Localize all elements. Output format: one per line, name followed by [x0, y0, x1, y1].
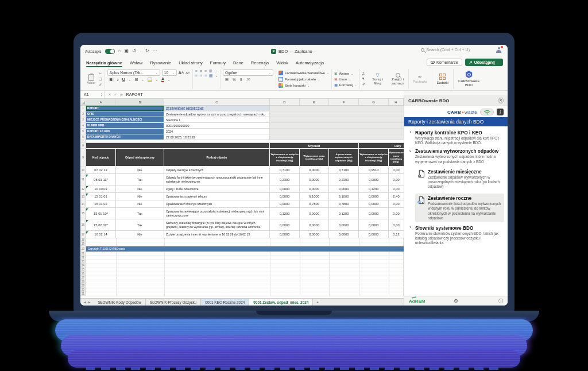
cell-kod[interactable]: 10 10 03 — [86, 186, 116, 193]
cell-value[interactable]: 0,0000 — [359, 193, 389, 200]
autosum-icon[interactable]: Σ — [362, 71, 366, 75]
cell-value[interactable]: 0,0000 — [329, 219, 359, 231]
header-kod-odpadu[interactable]: Kod odpadu — [86, 149, 116, 167]
cell-value[interactable]: 0,7800 — [329, 200, 359, 208]
sheet-tab-slownik-procesy[interactable]: SŁOWNIK-Procesy Odzysku — [146, 299, 201, 306]
underline-button[interactable]: U — [122, 78, 125, 82]
row-number[interactable]: 14 — [80, 200, 86, 208]
cell-c3[interactable]: Siedziba 1 — [164, 117, 270, 123]
cell-kod[interactable]: 15 01 02 — [86, 200, 116, 208]
cell-rodzaj[interactable]: Odpady farb i lakierów zawierających roz… — [164, 174, 270, 186]
sheet-tab-keo-roczne[interactable]: 0001 KEO Roczne 2024 — [201, 299, 249, 306]
cell-a1-selected[interactable]: RAPORT — [86, 106, 164, 111]
cell-rodzaj[interactable]: Opakowania z tworzyw sztucznych — [164, 200, 270, 208]
cut-icon[interactable]: ✂ — [99, 71, 102, 76]
sheet-tab-zestaw-mies[interactable]: 0001 Zestaw. odpad_mies. 2024 — [249, 299, 313, 306]
cell-value[interactable]: 0,0000 — [359, 231, 389, 238]
cell-kod[interactable]: 08 01 11* — [86, 174, 116, 186]
cell-value[interactable]: 0,9510 — [359, 167, 389, 174]
tab-uklad-strony[interactable]: Układ strony — [179, 59, 203, 67]
row-number[interactable]: 5 — [80, 129, 86, 134]
cell-value[interactable]: 0,0000 — [300, 219, 329, 231]
name-box-stepper[interactable]: ▴ ▾ — [101, 92, 104, 96]
cell-value[interactable]: 0,2300 — [329, 174, 359, 186]
panel-info-button[interactable]: i — [497, 109, 504, 115]
cell-value[interactable]: 2,40 — [389, 193, 404, 200]
cell-value[interactable]: 6,1000 — [329, 193, 359, 200]
paste-button[interactable]: Wklej — [85, 72, 98, 87]
more-commands-icon[interactable]: ⋯ — [153, 49, 157, 53]
cell-hazard[interactable]: Tak — [116, 208, 164, 219]
fill-down-icon[interactable]: ▾ — [362, 76, 366, 81]
cell-a5[interactable]: RAPORT ZA ROK — [86, 129, 164, 134]
sensitivity-button[interactable]: ✒ Poufność — [411, 74, 430, 84]
find-select-button[interactable]: Znajdź i zaznacz — [390, 73, 406, 86]
cell-value[interactable]: 0,0000 — [300, 186, 329, 193]
tab-widok[interactable]: Widok — [276, 59, 288, 67]
add-sheet-button[interactable]: + — [313, 299, 322, 306]
borders-button[interactable]: ⊞ — [134, 77, 138, 82]
column-header-f[interactable]: F — [329, 99, 359, 105]
header-styczen-poza[interactable]: Wytworzone poza instalacją [Mg] — [300, 149, 329, 167]
cell-rodzaj[interactable]: Zużyte urządzenia inne niż wymienione w … — [164, 231, 270, 238]
cell-value[interactable]: 0,0000 — [300, 208, 329, 219]
delete-cells-button[interactable]: Usuń — [339, 78, 347, 81]
header-luty-eksploatacja[interactable]: Wytworzone w związku z eksploatacją inst… — [359, 149, 389, 167]
row-number[interactable]: 11 — [80, 174, 86, 186]
copyright-cell[interactable]: Copyright © 2025 CARBOwaste — [86, 246, 404, 252]
align-center-icon[interactable]: ≡ — [200, 74, 202, 78]
confirm-entry-icon[interactable]: ✓ — [114, 92, 117, 97]
cell-value[interactable]: 0,0000 — [329, 231, 359, 238]
cell-value[interactable]: 0,7100 — [270, 167, 300, 174]
format-painter-icon[interactable]: ✐ — [99, 83, 102, 87]
row-number[interactable]: 8 — [80, 143, 86, 149]
gridlines[interactable] — [80, 284, 404, 288]
account-icon[interactable] — [496, 47, 502, 53]
cell-c2[interactable]: Zestawienie odpadów wytworzonych w poszc… — [164, 111, 270, 117]
cell-c1[interactable]: ZESTAWIENIE MIESIĘCZNE — [164, 106, 270, 111]
gridlines[interactable] — [80, 260, 404, 264]
connection-status-toggle[interactable] — [480, 109, 494, 115]
row-number[interactable]: 4 — [80, 123, 86, 129]
align-middle-icon[interactable]: ≡ — [200, 69, 202, 73]
column-header-g[interactable]: G — [359, 99, 389, 105]
cell-value[interactable]: 6,1000 — [300, 193, 329, 200]
redo-icon[interactable]: ↻ — [145, 49, 149, 53]
column-header-e[interactable]: E — [300, 99, 329, 105]
row-number[interactable]: 1 — [80, 106, 86, 111]
cell-hazard[interactable]: Nie — [116, 167, 164, 174]
section-title[interactable]: Słowniki systemowe BDO — [415, 225, 504, 231]
gridlines[interactable] — [80, 238, 404, 242]
row-number[interactable]: 9 — [80, 149, 86, 167]
cell-value[interactable]: 0,2300 — [270, 174, 300, 186]
sort-filter-button[interactable]: ▽ Sortuj i filtruj — [370, 72, 386, 86]
tab-narzedzia-glowne[interactable]: Narzędzia główne — [86, 59, 122, 67]
sheet-tab-slownik-kody[interactable]: SŁOWNIK-Kody Odpadów — [94, 299, 146, 306]
cell-c4[interactable]: 0001/000000000 — [164, 123, 270, 129]
cell-value[interactable]: 0,0000 — [329, 186, 359, 193]
gridlines[interactable] — [80, 280, 404, 284]
accounting-icon[interactable]: ▣ — [225, 77, 229, 82]
cell-styles-button[interactable]: Style komórki — [285, 84, 305, 87]
align-top-icon[interactable]: ≡ — [195, 69, 198, 73]
sheet-nav-right-icon[interactable]: ▶ — [88, 300, 91, 304]
home-icon[interactable]: ⌂ — [118, 49, 121, 53]
format-table-button[interactable]: Formatuj jako tabelę — [285, 78, 316, 81]
gridlines[interactable] — [80, 288, 404, 292]
cell-c5[interactable]: 2024 — [164, 129, 270, 134]
cell-kod[interactable]: 15 01 10* — [86, 208, 116, 219]
section-raporty-kontrolne[interactable]: › Raporty kontrolne KPO i KEO Weryfikacj… — [408, 130, 504, 145]
conditional-formatting-button[interactable]: Formatowanie warunkowe — [285, 71, 325, 75]
percent-icon[interactable]: % — [233, 78, 236, 82]
search-field[interactable]: Search (Cmd + Ctrl + U) — [421, 48, 470, 52]
cell-value[interactable]: 0,00 — [389, 208, 404, 219]
cell-c6[interactable]: 27.08.2025, 13:21:32 — [164, 134, 270, 140]
gridlines[interactable] — [80, 256, 404, 260]
header-odpad-niebezpieczny[interactable]: Odpad niebezpieczny — [116, 149, 164, 167]
merge-dropdown-icon[interactable]: ⌄ — [215, 74, 218, 78]
insert-function-icon[interactable]: fx — [120, 92, 123, 96]
item-zestawienie-roczne[interactable]: Zestawienie roczne Podsumowanie ilości o… — [415, 194, 504, 222]
cell-value[interactable]: 0,0000 — [300, 231, 329, 238]
tab-automatyzacja[interactable]: Automatyzacja — [296, 59, 324, 67]
tab-dane[interactable]: Dane — [233, 59, 243, 67]
